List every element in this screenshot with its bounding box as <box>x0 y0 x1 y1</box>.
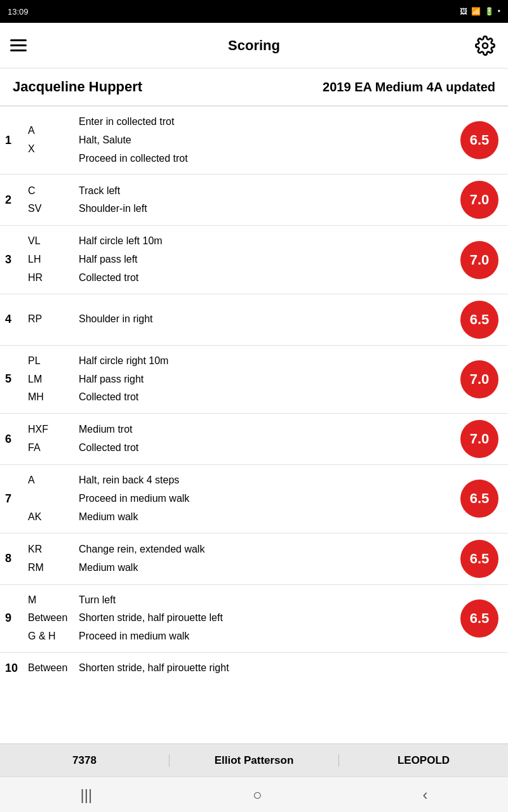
score-badge[interactable]: 6.5 <box>460 301 498 339</box>
row-movements: Shorten stride, half pirouette right <box>74 652 451 683</box>
battery-icon: 🔋 <box>485 7 494 16</box>
rider-name: Jacqueline Huppert <box>13 79 142 95</box>
score-badge[interactable]: 7.0 <box>460 181 498 219</box>
row-letters: CSV <box>23 174 74 226</box>
competitor-number: 7378 <box>0 754 170 767</box>
row-score[interactable]: 6.5 <box>451 465 508 533</box>
nav-bar: ||| ○ ‹ <box>0 776 508 812</box>
row-number: 9 <box>0 584 23 652</box>
svg-point-0 <box>483 43 488 48</box>
status-time: 13:09 <box>8 7 460 16</box>
score-badge[interactable]: 7.0 <box>460 241 498 279</box>
row-letters: PLLMMH <box>23 345 74 413</box>
top-bar: Scoring <box>0 23 508 69</box>
row-movements: Shoulder in right <box>74 294 451 345</box>
table-row[interactable]: 1AXEnter in collected trotHalt, SalutePr… <box>0 107 508 174</box>
row-movements: Half circle left 10mHalf pass leftCollec… <box>74 226 451 294</box>
row-number: 10 <box>0 652 23 683</box>
hamburger-line1 <box>10 39 27 41</box>
row-score[interactable]: 6.5 <box>451 584 508 652</box>
row-movements: Half circle right 10mHalf pass rightColl… <box>74 345 451 413</box>
test-name: 2019 EA Medium 4A updated <box>323 80 495 95</box>
row-movements: Enter in collected trotHalt, SaluteProce… <box>74 107 451 174</box>
row-letters: KRRM <box>23 533 74 584</box>
row-movements: Halt, rein back 4 stepsProceed in medium… <box>74 465 451 533</box>
hamburger-line2 <box>10 44 27 46</box>
table-row[interactable]: 5PLLMMHHalf circle right 10mHalf pass ri… <box>0 345 508 413</box>
hamburger-line3 <box>10 49 27 51</box>
camera-icon: 🖼 <box>460 7 467 16</box>
score-badge[interactable]: 6.5 <box>460 480 498 518</box>
settings-button[interactable] <box>472 33 498 58</box>
row-letters: AAK <box>23 465 74 533</box>
score-badge[interactable]: 7.0 <box>460 360 498 398</box>
nav-back-button[interactable]: ‹ <box>410 781 441 809</box>
row-score[interactable]: 6.5 <box>451 107 508 174</box>
row-letters: Between <box>23 652 74 683</box>
nav-menu-button[interactable]: ||| <box>67 781 105 809</box>
table-row[interactable]: 3VLLHHRHalf circle left 10mHalf pass lef… <box>0 226 508 294</box>
score-table: 1AXEnter in collected trotHalt, SalutePr… <box>0 107 508 684</box>
table-row[interactable]: 9MBetweenG & HTurn leftShorten stride, h… <box>0 584 508 652</box>
row-number: 8 <box>0 533 23 584</box>
nav-home-button[interactable]: ○ <box>240 781 275 809</box>
gear-icon <box>475 36 495 56</box>
score-badge[interactable]: 7.0 <box>460 420 498 458</box>
row-number: 2 <box>0 174 23 226</box>
score-badge[interactable]: 6.5 <box>460 540 498 578</box>
status-icons: 🖼 📶 🔋 • <box>460 7 500 16</box>
row-number: 3 <box>0 226 23 294</box>
row-number: 6 <box>0 414 23 465</box>
row-letters: AX <box>23 107 74 174</box>
rider-info: Jacqueline Huppert 2019 EA Medium 4A upd… <box>0 69 508 107</box>
location: LEOPOLD <box>339 754 508 767</box>
status-bar: 13:09 🖼 📶 🔋 • <box>0 0 508 23</box>
table-row[interactable]: 4RPShoulder in right6.5 <box>0 294 508 345</box>
row-movements: Medium trotCollected trot <box>74 414 451 465</box>
row-score[interactable]: 6.5 <box>451 294 508 345</box>
page-title: Scoring <box>36 37 472 54</box>
dot-icon: • <box>498 7 500 16</box>
table-row[interactable]: 7AAKHalt, rein back 4 stepsProceed in me… <box>0 465 508 533</box>
table-row[interactable]: 8KRRMChange rein, extended walkMedium wa… <box>0 533 508 584</box>
row-letters: MBetweenG & H <box>23 584 74 652</box>
signal-icon: 📶 <box>471 7 481 16</box>
row-number: 1 <box>0 107 23 174</box>
row-score[interactable]: 7.0 <box>451 345 508 413</box>
row-letters: HXFFA <box>23 414 74 465</box>
row-score[interactable]: 7.0 <box>451 414 508 465</box>
row-movements: Change rein, extended walkMedium walk <box>74 533 451 584</box>
row-number: 5 <box>0 345 23 413</box>
row-score[interactable]: 6.5 <box>451 533 508 584</box>
bottom-info-bar: 7378 Elliot Patterson LEOPOLD <box>0 743 508 776</box>
judge-name: Elliot Patterson <box>170 754 339 767</box>
row-movements: Turn leftShorten stride, half pirouette … <box>74 584 451 652</box>
row-score[interactable] <box>451 652 508 683</box>
row-score[interactable]: 7.0 <box>451 226 508 294</box>
row-number: 7 <box>0 465 23 533</box>
table-row[interactable]: 2CSVTrack leftShoulder-in left7.0 <box>0 174 508 226</box>
table-row[interactable]: 10BetweenShorten stride, half pirouette … <box>0 652 508 683</box>
row-number: 4 <box>0 294 23 345</box>
row-letters: RP <box>23 294 74 345</box>
row-movements: Track leftShoulder-in left <box>74 174 451 226</box>
score-badge[interactable]: 6.5 <box>460 121 498 159</box>
row-score[interactable]: 7.0 <box>451 174 508 226</box>
main-content: 1AXEnter in collected trotHalt, SalutePr… <box>0 107 508 754</box>
menu-button[interactable] <box>10 33 36 58</box>
table-row[interactable]: 6HXFFAMedium trotCollected trot7.0 <box>0 414 508 465</box>
row-letters: VLLHHR <box>23 226 74 294</box>
score-badge[interactable]: 6.5 <box>460 599 498 638</box>
